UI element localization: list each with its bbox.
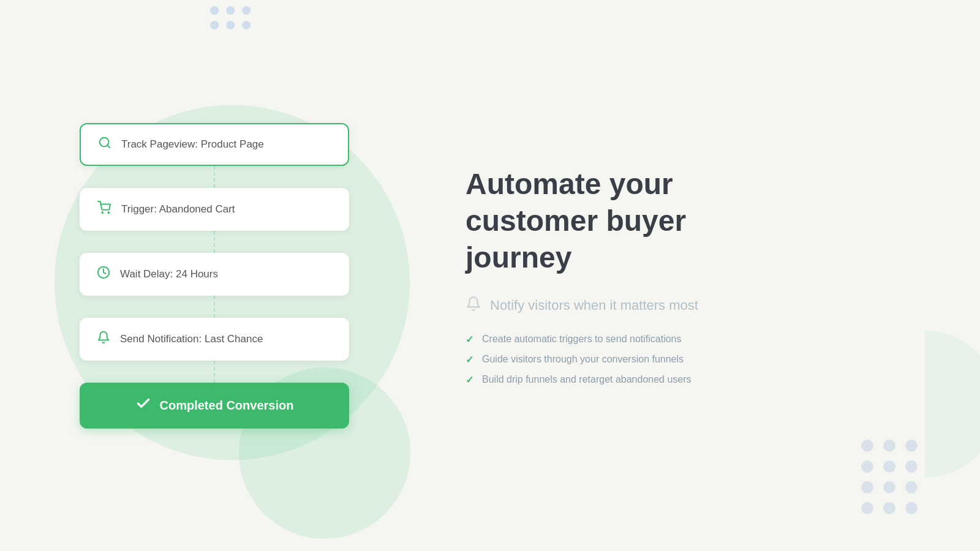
feature-text-3: Build drip funnels and retarget abandone… <box>482 374 692 385</box>
workflow-container: Track Pageview: Product Page Trigger: Ab… <box>77 123 352 429</box>
main-heading: Automate your customer buyer journey <box>466 166 796 276</box>
completion-step[interactable]: Completed Conversion <box>80 383 349 429</box>
feature-check-icon-2: ✓ <box>466 354 473 365</box>
connector-4 <box>214 361 215 383</box>
step-track-pageview[interactable]: Track Pageview: Product Page <box>80 123 349 166</box>
dot-3 <box>242 6 251 15</box>
dot-5 <box>226 21 235 29</box>
bell-icon <box>97 331 110 348</box>
decorative-corner-circle <box>925 331 980 478</box>
dot-4 <box>210 21 219 29</box>
connector-1 <box>214 166 215 188</box>
feature-item-1: ✓ Create automatic triggers to send noti… <box>466 334 931 345</box>
dot-6 <box>242 21 251 29</box>
sub-heading-row: Notify visitors when it matters most <box>466 296 931 315</box>
feature-check-icon-1: ✓ <box>466 334 473 345</box>
dot-br-4 <box>861 460 873 473</box>
dot-br-11 <box>883 502 895 514</box>
clock-icon <box>97 266 110 283</box>
left-panel: Track Pageview: Product Page Trigger: Ab… <box>0 0 429 551</box>
feature-check-icon-3: ✓ <box>466 374 473 386</box>
dot-br-6 <box>905 460 918 473</box>
decorative-dots-top <box>210 6 252 29</box>
feature-text-1: Create automatic triggers to send notifi… <box>482 334 682 345</box>
connector-3 <box>214 296 215 318</box>
dot-br-12 <box>905 502 918 514</box>
svg-line-1 <box>107 145 110 148</box>
dot-br-10 <box>861 502 873 514</box>
dot-br-3 <box>905 440 918 452</box>
connector-2 <box>214 231 215 253</box>
dot-br-5 <box>883 460 895 473</box>
dot-1 <box>210 6 219 15</box>
step-send-notification[interactable]: Send Notification: Last Chance <box>80 318 349 361</box>
step-abandoned-cart-label: Trigger: Abandoned Cart <box>121 203 235 216</box>
step-send-notification-label: Send Notification: Last Chance <box>120 333 263 345</box>
dot-br-1 <box>861 440 873 452</box>
svg-point-2 <box>102 212 103 213</box>
dot-br-8 <box>883 481 895 493</box>
cart-icon <box>97 201 111 218</box>
check-icon <box>135 395 151 415</box>
dot-br-9 <box>905 481 918 493</box>
svg-point-3 <box>108 212 109 213</box>
search-icon <box>98 136 111 153</box>
feature-text-2: Guide visitors through your conversion f… <box>482 354 684 365</box>
feature-item-3: ✓ Build drip funnels and retarget abando… <box>466 374 931 386</box>
feature-list: ✓ Create automatic triggers to send noti… <box>466 334 931 386</box>
right-panel: Automate your customer buyer journey Not… <box>429 0 980 551</box>
step-track-pageview-label: Track Pageview: Product Page <box>121 138 264 151</box>
dot-br-7 <box>861 481 873 493</box>
notify-icon <box>466 296 481 315</box>
completion-label: Completed Conversion <box>160 399 294 413</box>
sub-heading-text: Notify visitors when it matters most <box>490 298 698 313</box>
step-abandoned-cart[interactable]: Trigger: Abandoned Cart <box>80 188 349 231</box>
step-wait-delay[interactable]: Wait Delay: 24 Hours <box>80 253 349 296</box>
dot-br-2 <box>883 440 895 452</box>
decorative-dots-bottom-right <box>861 440 919 514</box>
step-wait-delay-label: Wait Delay: 24 Hours <box>120 268 218 280</box>
dot-2 <box>226 6 235 15</box>
feature-item-2: ✓ Guide visitors through your conversion… <box>466 354 931 365</box>
